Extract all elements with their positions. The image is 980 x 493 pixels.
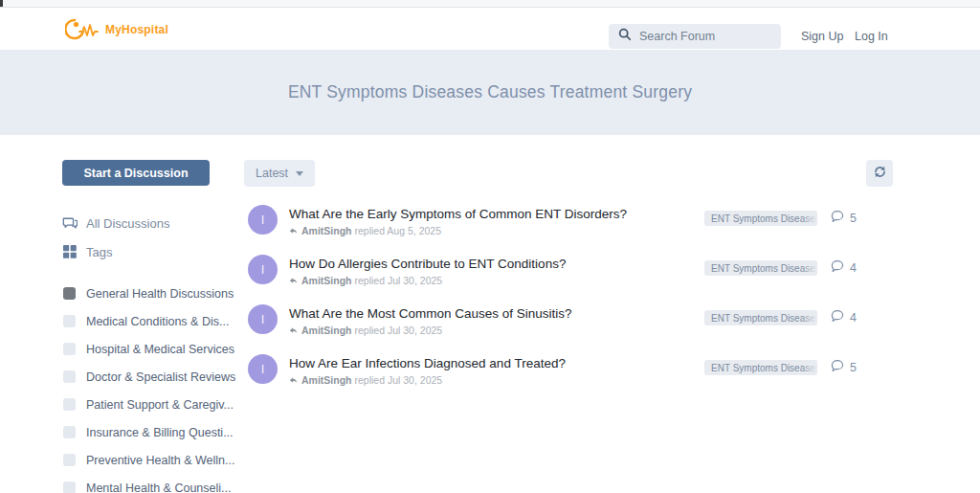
sidebar: Start a Discussion All Discussions xyxy=(62,160,210,493)
comment-count[interactable]: 5 xyxy=(831,210,857,227)
search-icon xyxy=(618,28,632,45)
comment-bubble-icon xyxy=(831,210,844,227)
category-label: Insurance & Billing Questi... xyxy=(86,426,234,439)
search-box[interactable] xyxy=(609,24,781,49)
content-area: Start a Discussion All Discussions xyxy=(0,135,980,493)
site-logo[interactable]: MyHospital xyxy=(65,16,168,43)
comment-count[interactable]: 4 xyxy=(831,259,857,277)
discussion-subline: AmitSingh replied Jul 30, 2025 xyxy=(289,374,704,386)
discussion-author[interactable]: AmitSingh xyxy=(301,275,352,286)
chevron-down-icon xyxy=(296,171,303,176)
avatar: I xyxy=(248,354,278,384)
tag-badge[interactable]: ENT Symptoms Diseases Causes Treatment S… xyxy=(704,310,817,325)
discussion-author[interactable]: AmitSingh xyxy=(301,325,352,336)
discussion-author[interactable]: AmitSingh xyxy=(301,225,352,236)
tag-badge[interactable]: ENT Symptoms Diseases Causes Treatment S… xyxy=(704,360,817,375)
signup-link[interactable]: Sign Up xyxy=(801,30,843,43)
sidebar-category-list: General Health Discussions Medical Condi… xyxy=(62,280,210,493)
category-label: Hospital & Medical Services xyxy=(86,343,234,356)
sidebar-category-patient-support[interactable]: Patient Support & Caregiv... xyxy=(62,391,210,418)
sort-dropdown[interactable]: Latest xyxy=(244,160,315,187)
sidebar-item-all-discussions[interactable]: All Discussions xyxy=(62,209,210,237)
discussion-meta: ENT Symptoms Diseases Causes Treatment S… xyxy=(704,259,895,277)
discussion-list: I What Are the Early Symptoms of Common … xyxy=(244,205,895,384)
discussion-body: How Are Ear Infections Diagnosed and Tre… xyxy=(289,354,704,386)
start-discussion-button[interactable]: Start a Discussion xyxy=(62,160,210,186)
comment-count[interactable]: 4 xyxy=(831,309,857,326)
category-swatch xyxy=(63,454,76,466)
category-swatch xyxy=(63,315,76,327)
discussion-author[interactable]: AmitSingh xyxy=(301,374,352,386)
discussion-panel: Latest I What Are the Early Symp xyxy=(244,160,895,493)
avatar: I xyxy=(248,304,278,334)
category-label: General Health Discussions xyxy=(86,287,234,301)
category-swatch xyxy=(63,370,76,383)
comment-bubble-icon xyxy=(831,259,844,277)
window-edge-artifact xyxy=(0,0,3,7)
category-swatch xyxy=(63,287,76,300)
discussion-replied-text: replied Aug 5, 2025 xyxy=(355,225,442,236)
tag-label: ENT Symptoms Diseases Causes Treatment S… xyxy=(711,213,817,224)
search-input[interactable] xyxy=(639,30,773,43)
sidebar-category-insurance-billing[interactable]: Insurance & Billing Questi... xyxy=(62,418,210,446)
comment-bubble-icon xyxy=(831,359,844,376)
list-toolbar: Latest xyxy=(244,160,895,187)
grid-icon xyxy=(62,245,78,258)
sidebar-item-tags[interactable]: Tags xyxy=(62,237,210,266)
avatar: I xyxy=(248,255,278,284)
discussion-meta: ENT Symptoms Diseases Causes Treatment S… xyxy=(704,359,895,376)
category-label: Doctor & Specialist Reviews xyxy=(86,370,235,384)
speech-bubbles-icon xyxy=(62,216,78,230)
site-header: MyHospital Sign Up Log In xyxy=(0,8,980,50)
discussion-body: What Are the Early Symptoms of Common EN… xyxy=(289,205,704,236)
discussion-replied-text: replied Jul 30, 2025 xyxy=(355,374,443,386)
discussion-replied-text: replied Jul 30, 2025 xyxy=(355,275,443,286)
discussion-row[interactable]: I What Are the Early Symptoms of Common … xyxy=(244,205,895,235)
sort-label: Latest xyxy=(256,167,288,180)
discussion-title[interactable]: What Are the Early Symptoms of Common EN… xyxy=(289,206,704,222)
sidebar-category-hospital-services[interactable]: Hospital & Medical Services xyxy=(62,335,210,363)
discussion-row[interactable]: I How Do Allergies Contribute to ENT Con… xyxy=(244,255,895,284)
reply-arrow-icon xyxy=(289,376,298,385)
discussion-title[interactable]: How Are Ear Infections Diagnosed and Tre… xyxy=(289,355,704,371)
login-link[interactable]: Log In xyxy=(855,30,888,43)
category-swatch xyxy=(63,343,76,355)
discussion-row[interactable]: I What Are the Most Common Causes of Sin… xyxy=(244,304,895,334)
category-label: Patient Support & Caregiv... xyxy=(86,398,234,412)
discussion-replied-text: replied Jul 30, 2025 xyxy=(355,325,443,336)
reply-arrow-icon xyxy=(289,277,298,285)
hero-banner: ENT Symptoms Diseases Causes Treatment S… xyxy=(0,50,980,135)
discussion-subline: AmitSingh replied Jul 30, 2025 xyxy=(289,275,704,286)
category-swatch xyxy=(63,426,76,438)
discussion-body: What Are the Most Common Causes of Sinus… xyxy=(289,304,704,336)
sidebar-category-preventive-health[interactable]: Preventive Health & Welln... xyxy=(62,446,210,474)
hospital-pulse-icon xyxy=(65,16,109,43)
category-swatch xyxy=(63,398,76,411)
tag-badge[interactable]: ENT Symptoms Diseases Causes Treatment S… xyxy=(704,260,817,276)
sidebar-category-general-health[interactable]: General Health Discussions xyxy=(62,280,210,307)
browser-top-strip xyxy=(0,0,980,8)
comment-count-number: 5 xyxy=(850,212,857,225)
comment-count-number: 5 xyxy=(850,361,857,374)
discussion-title[interactable]: How Do Allergies Contribute to ENT Condi… xyxy=(289,256,704,272)
comment-count[interactable]: 5 xyxy=(831,359,857,376)
refresh-button[interactable] xyxy=(866,160,893,187)
comment-bubble-icon xyxy=(831,309,844,326)
discussion-subline: AmitSingh replied Jul 30, 2025 xyxy=(289,325,704,336)
discussion-title[interactable]: What Are the Most Common Causes of Sinus… xyxy=(289,305,704,322)
discussion-subline: AmitSingh replied Aug 5, 2025 xyxy=(289,225,704,236)
category-label: Mental Health & Counseli... xyxy=(86,482,231,493)
sidebar-category-medical-conditions[interactable]: Medical Conditions & Dis... xyxy=(62,307,210,335)
tag-badge[interactable]: ENT Symptoms Diseases Causes Treatment S… xyxy=(704,211,817,226)
sidebar-category-mental-health[interactable]: Mental Health & Counseli... xyxy=(62,474,210,493)
sidebar-item-label: All Discussions xyxy=(86,216,169,231)
discussion-row[interactable]: I How Are Ear Infections Diagnosed and T… xyxy=(244,354,895,384)
sidebar-category-doctor-reviews[interactable]: Doctor & Specialist Reviews xyxy=(62,363,210,391)
discussion-meta: ENT Symptoms Diseases Causes Treatment S… xyxy=(704,210,895,227)
page-title: ENT Symptoms Diseases Causes Treatment S… xyxy=(288,82,692,102)
tag-label: ENT Symptoms Diseases Causes Treatment S… xyxy=(711,313,817,324)
avatar: I xyxy=(248,205,278,235)
discussion-meta: ENT Symptoms Diseases Causes Treatment S… xyxy=(704,309,895,326)
category-label: Medical Conditions & Dis... xyxy=(86,315,229,328)
discussion-body: How Do Allergies Contribute to ENT Condi… xyxy=(289,255,704,286)
